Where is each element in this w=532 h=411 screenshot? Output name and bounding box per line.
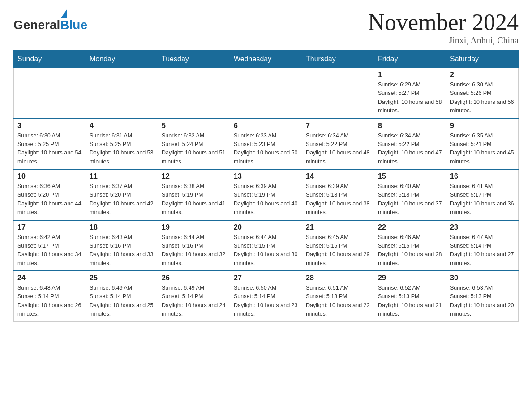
calendar-cell: 24Sunrise: 6:48 AMSunset: 5:14 PMDayligh… [14, 271, 86, 321]
calendar-cell: 12Sunrise: 6:38 AMSunset: 5:19 PMDayligh… [158, 169, 230, 220]
calendar-cell: 22Sunrise: 6:46 AMSunset: 5:15 PMDayligh… [374, 220, 446, 271]
weekday-header-tuesday: Tuesday [158, 51, 230, 68]
day-info: Sunrise: 6:31 AMSunset: 5:25 PMDaylight:… [90, 132, 154, 167]
calendar-cell: 25Sunrise: 6:49 AMSunset: 5:14 PMDayligh… [86, 271, 158, 321]
weekday-header-row: SundayMondayTuesdayWednesdayThursdayFrid… [14, 51, 519, 68]
calendar-week-row: 3Sunrise: 6:30 AMSunset: 5:25 PMDaylight… [14, 119, 519, 170]
day-number: 3 [17, 122, 82, 130]
day-info: Sunrise: 6:34 AMSunset: 5:22 PMDaylight:… [378, 132, 442, 167]
day-number: 30 [450, 274, 515, 282]
day-number: 24 [17, 274, 82, 282]
day-number: 12 [162, 172, 226, 180]
day-number: 20 [234, 223, 298, 231]
location-text: Jinxi, Anhui, China [368, 35, 519, 46]
day-info: Sunrise: 6:44 AMSunset: 5:16 PMDaylight:… [162, 233, 226, 268]
day-number: 14 [306, 172, 370, 180]
calendar-cell: 26Sunrise: 6:49 AMSunset: 5:14 PMDayligh… [158, 271, 230, 321]
calendar-cell: 27Sunrise: 6:50 AMSunset: 5:14 PMDayligh… [230, 271, 302, 321]
calendar-cell: 6Sunrise: 6:33 AMSunset: 5:23 PMDaylight… [230, 119, 302, 170]
calendar-cell: 1Sunrise: 6:29 AMSunset: 5:27 PMDaylight… [374, 68, 446, 119]
calendar-cell: 9Sunrise: 6:35 AMSunset: 5:21 PMDaylight… [446, 119, 519, 170]
day-number: 7 [306, 122, 370, 130]
weekday-header-friday: Friday [374, 51, 446, 68]
month-title: November 2024 [368, 9, 519, 35]
day-number: 21 [306, 223, 370, 231]
day-number: 27 [234, 274, 298, 282]
day-info: Sunrise: 6:40 AMSunset: 5:18 PMDaylight:… [378, 182, 442, 217]
calendar-cell: 18Sunrise: 6:43 AMSunset: 5:16 PMDayligh… [86, 220, 158, 271]
logo: General Blue [13, 9, 87, 32]
day-info: Sunrise: 6:33 AMSunset: 5:23 PMDaylight:… [234, 132, 298, 167]
day-info: Sunrise: 6:45 AMSunset: 5:15 PMDaylight:… [306, 233, 370, 268]
day-info: Sunrise: 6:52 AMSunset: 5:13 PMDaylight:… [378, 284, 442, 319]
day-info: Sunrise: 6:41 AMSunset: 5:17 PMDaylight:… [450, 182, 515, 217]
day-info: Sunrise: 6:44 AMSunset: 5:15 PMDaylight:… [234, 233, 298, 268]
calendar-cell: 17Sunrise: 6:42 AMSunset: 5:17 PMDayligh… [14, 220, 86, 271]
calendar-cell: 28Sunrise: 6:51 AMSunset: 5:13 PMDayligh… [302, 271, 374, 321]
day-info: Sunrise: 6:49 AMSunset: 5:14 PMDaylight:… [162, 284, 226, 319]
day-info: Sunrise: 6:42 AMSunset: 5:17 PMDaylight:… [17, 233, 82, 268]
calendar-cell: 16Sunrise: 6:41 AMSunset: 5:17 PMDayligh… [446, 169, 519, 220]
day-number: 18 [90, 223, 154, 231]
calendar-cell: 29Sunrise: 6:52 AMSunset: 5:13 PMDayligh… [374, 271, 446, 321]
day-info: Sunrise: 6:35 AMSunset: 5:21 PMDaylight:… [450, 132, 515, 167]
day-info: Sunrise: 6:46 AMSunset: 5:15 PMDaylight:… [378, 233, 442, 268]
calendar-cell [230, 68, 302, 119]
day-number: 22 [378, 223, 442, 231]
day-number: 28 [306, 274, 370, 282]
calendar-cell: 15Sunrise: 6:40 AMSunset: 5:18 PMDayligh… [374, 169, 446, 220]
weekday-header-sunday: Sunday [14, 51, 86, 68]
calendar-cell: 21Sunrise: 6:45 AMSunset: 5:15 PMDayligh… [302, 220, 374, 271]
calendar-cell: 10Sunrise: 6:36 AMSunset: 5:20 PMDayligh… [14, 169, 86, 220]
day-number: 10 [17, 172, 82, 180]
day-number: 26 [162, 274, 226, 282]
title-section: November 2024 Jinxi, Anhui, China [368, 9, 519, 46]
day-number: 15 [378, 172, 442, 180]
calendar-week-row: 17Sunrise: 6:42 AMSunset: 5:17 PMDayligh… [14, 220, 519, 271]
day-info: Sunrise: 6:51 AMSunset: 5:13 PMDaylight:… [306, 284, 370, 319]
calendar-cell: 23Sunrise: 6:47 AMSunset: 5:14 PMDayligh… [446, 220, 519, 271]
day-info: Sunrise: 6:29 AMSunset: 5:27 PMDaylight:… [378, 81, 442, 116]
day-info: Sunrise: 6:53 AMSunset: 5:13 PMDaylight:… [450, 284, 515, 319]
day-info: Sunrise: 6:32 AMSunset: 5:24 PMDaylight:… [162, 132, 226, 167]
weekday-header-wednesday: Wednesday [230, 51, 302, 68]
day-info: Sunrise: 6:47 AMSunset: 5:14 PMDaylight:… [450, 233, 515, 268]
day-info: Sunrise: 6:48 AMSunset: 5:14 PMDaylight:… [17, 284, 82, 319]
calendar-cell [158, 68, 230, 119]
day-number: 17 [17, 223, 82, 231]
calendar-cell: 7Sunrise: 6:34 AMSunset: 5:22 PMDaylight… [302, 119, 374, 170]
day-info: Sunrise: 6:38 AMSunset: 5:19 PMDaylight:… [162, 182, 226, 217]
day-info: Sunrise: 6:30 AMSunset: 5:26 PMDaylight:… [450, 81, 515, 116]
day-number: 1 [378, 71, 442, 79]
day-info: Sunrise: 6:34 AMSunset: 5:22 PMDaylight:… [306, 132, 370, 167]
day-number: 29 [378, 274, 442, 282]
day-number: 9 [450, 122, 515, 130]
calendar-cell: 5Sunrise: 6:32 AMSunset: 5:24 PMDaylight… [158, 119, 230, 170]
day-info: Sunrise: 6:39 AMSunset: 5:18 PMDaylight:… [306, 182, 370, 217]
page-header: General Blue November 2024 Jinxi, Anhui,… [13, 9, 519, 46]
day-number: 23 [450, 223, 515, 231]
day-info: Sunrise: 6:30 AMSunset: 5:25 PMDaylight:… [17, 132, 82, 167]
calendar-table: SundayMondayTuesdayWednesdayThursdayFrid… [13, 50, 519, 322]
weekday-header-monday: Monday [86, 51, 158, 68]
calendar-cell: 8Sunrise: 6:34 AMSunset: 5:22 PMDaylight… [374, 119, 446, 170]
weekday-header-thursday: Thursday [302, 51, 374, 68]
calendar-cell: 20Sunrise: 6:44 AMSunset: 5:15 PMDayligh… [230, 220, 302, 271]
calendar-week-row: 1Sunrise: 6:29 AMSunset: 5:27 PMDaylight… [14, 68, 519, 119]
calendar-cell: 11Sunrise: 6:37 AMSunset: 5:20 PMDayligh… [86, 169, 158, 220]
calendar-cell: 14Sunrise: 6:39 AMSunset: 5:18 PMDayligh… [302, 169, 374, 220]
calendar-cell: 19Sunrise: 6:44 AMSunset: 5:16 PMDayligh… [158, 220, 230, 271]
day-number: 25 [90, 274, 154, 282]
calendar-week-row: 10Sunrise: 6:36 AMSunset: 5:20 PMDayligh… [14, 169, 519, 220]
logo-blue-text: Blue [60, 18, 87, 32]
day-number: 19 [162, 223, 226, 231]
calendar-cell: 3Sunrise: 6:30 AMSunset: 5:25 PMDaylight… [14, 119, 86, 170]
day-info: Sunrise: 6:50 AMSunset: 5:14 PMDaylight:… [234, 284, 298, 319]
day-number: 16 [450, 172, 515, 180]
logo-blue-part: Blue [60, 9, 87, 32]
day-info: Sunrise: 6:36 AMSunset: 5:20 PMDaylight:… [17, 182, 82, 217]
logo-triangle-icon [61, 9, 67, 18]
calendar-cell [14, 68, 86, 119]
weekday-header-saturday: Saturday [446, 51, 519, 68]
day-number: 5 [162, 122, 226, 130]
